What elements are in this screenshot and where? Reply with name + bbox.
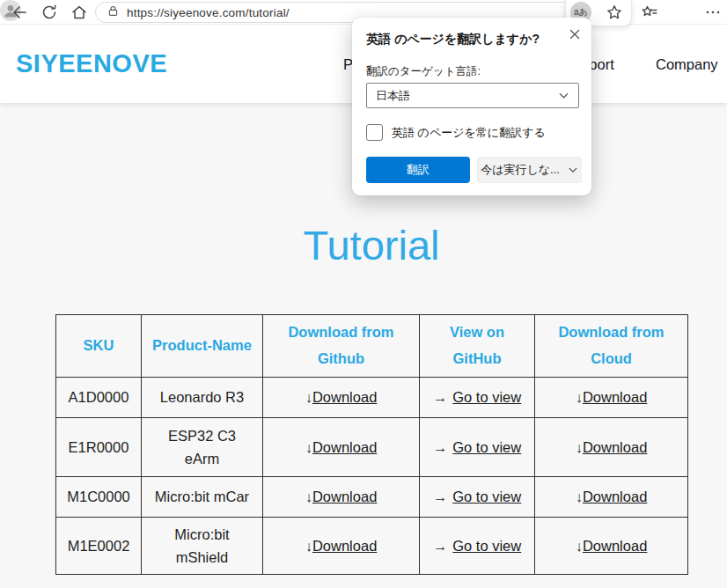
cloud-download-cell: ↓Download — [535, 477, 688, 518]
always-translate-label: 英語 のページを常に翻訳する — [392, 125, 546, 141]
product-cell: ESP32 C3 eArm — [142, 418, 263, 477]
down-arrow-icon: ↓ — [305, 538, 312, 554]
not-now-label: 今は実行しな... — [481, 162, 560, 178]
product-cell: Leonardo R3 — [142, 378, 263, 418]
down-arrow-icon: ↓ — [305, 439, 312, 455]
go-to-view-link[interactable]: Go to view — [452, 439, 521, 455]
right-arrow-icon: → — [433, 538, 448, 554]
col-header-product: Product-Name — [142, 315, 263, 378]
github-download-cell: ↓Download — [263, 477, 420, 518]
cloud-download-link[interactable]: Download — [583, 389, 647, 405]
view-cell: →Go to view — [420, 477, 535, 518]
table-row: M1C0000 Micro:bit mCar ↓Download →Go to … — [56, 477, 688, 518]
cloud-download-cell: ↓Download — [535, 518, 688, 575]
col-header-view: View on GitHub — [420, 315, 535, 378]
table-row: A1D0000 Leonardo R3 ↓Download →Go to vie… — [56, 378, 688, 418]
lock-icon — [106, 4, 120, 21]
right-arrow-icon: → — [433, 439, 448, 455]
tutorial-table: SKU Product-Name Download from Github Vi… — [55, 314, 688, 575]
product-cell: Micro:bit mShield — [142, 518, 263, 575]
github-download-cell: ↓Download — [263, 518, 420, 575]
chevron-down-icon — [558, 90, 569, 101]
sku-cell: M1E0002 — [56, 518, 142, 575]
view-cell: →Go to view — [420, 378, 535, 418]
down-arrow-icon: ↓ — [576, 538, 583, 554]
target-language-select[interactable]: 日本語 — [366, 83, 579, 108]
product-cell: Micro:bit mCar — [142, 477, 263, 518]
always-translate-row: 英語 のページを常に翻訳する — [366, 124, 546, 141]
down-arrow-icon: ↓ — [305, 489, 312, 504]
url-text: https://siyeenove.com/tutorial/ — [127, 6, 290, 19]
github-download-link[interactable]: Download — [312, 489, 377, 504]
go-to-view-link[interactable]: Go to view — [452, 489, 521, 504]
github-download-link[interactable]: Download — [312, 439, 377, 455]
always-translate-checkbox[interactable] — [366, 124, 383, 141]
chevron-down-icon — [568, 165, 578, 175]
right-arrow-icon: → — [433, 489, 448, 504]
popup-title: 英語 のページを翻訳しますか? — [366, 32, 540, 48]
translate-button[interactable]: 翻訳 — [366, 157, 470, 183]
close-icon[interactable] — [565, 25, 584, 44]
cloud-download-cell: ↓Download — [535, 378, 688, 418]
table-header-row: SKU Product-Name Download from Github Vi… — [56, 315, 688, 378]
down-arrow-icon: ↓ — [576, 389, 583, 405]
sku-cell: A1D0000 — [56, 378, 142, 418]
down-arrow-icon: ↓ — [305, 389, 312, 405]
site-logo[interactable]: SIYEENOVE — [16, 49, 167, 78]
nav-item-company[interactable]: Company — [656, 56, 718, 73]
table-row: M1E0002 Micro:bit mShield ↓Download →Go … — [56, 518, 688, 575]
cloud-download-cell: ↓Download — [535, 418, 688, 477]
favorites-star-icon[interactable] — [606, 4, 623, 21]
refresh-icon[interactable] — [40, 4, 58, 21]
back-icon[interactable] — [11, 4, 28, 21]
col-header-github: Download from Github — [263, 315, 420, 378]
go-to-view-link[interactable]: Go to view — [452, 538, 521, 554]
github-download-link[interactable]: Download — [312, 538, 377, 554]
translate-popup: 英語 のページを翻訳しますか? 翻訳のターゲット言語: 日本語 英語 のページを… — [352, 18, 591, 195]
github-download-link[interactable]: Download — [312, 389, 377, 405]
page-title: Tutorial — [55, 221, 687, 269]
go-to-view-link[interactable]: Go to view — [452, 389, 521, 405]
view-cell: →Go to view — [420, 518, 535, 575]
cloud-download-link[interactable]: Download — [583, 538, 647, 554]
col-header-cloud: Download from Cloud — [535, 315, 688, 378]
not-now-button[interactable]: 今は実行しな... — [477, 157, 582, 183]
home-icon[interactable] — [70, 4, 88, 21]
more-ellipsis-icon[interactable] — [704, 4, 722, 21]
down-arrow-icon: ↓ — [576, 439, 583, 455]
sku-cell: M1C0000 — [56, 477, 142, 518]
sku-cell: E1R0000 — [56, 418, 142, 477]
cloud-download-link[interactable]: Download — [583, 489, 647, 504]
collections-icon[interactable] — [641, 4, 658, 21]
col-header-sku: SKU — [56, 315, 142, 378]
selected-language: 日本語 — [376, 88, 410, 104]
target-language-label: 翻訳のターゲット言語: — [366, 64, 481, 79]
cloud-download-link[interactable]: Download — [583, 439, 647, 455]
down-arrow-icon: ↓ — [576, 489, 583, 504]
github-download-cell: ↓Download — [263, 418, 420, 477]
right-arrow-icon: → — [433, 389, 448, 405]
github-download-cell: ↓Download — [263, 378, 420, 418]
table-row: E1R0000 ESP32 C3 eArm ↓Download →Go to v… — [56, 418, 688, 477]
view-cell: →Go to view — [420, 418, 535, 477]
